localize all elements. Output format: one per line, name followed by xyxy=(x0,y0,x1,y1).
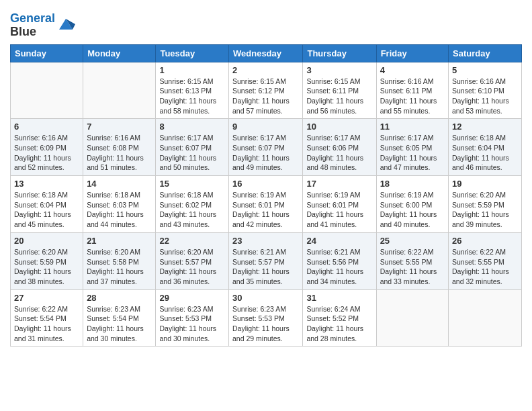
calendar-table: SundayMondayTuesdayWednesdayThursdayFrid… xyxy=(10,44,522,347)
calendar-day-cell: 17Sunrise: 6:19 AMSunset: 6:01 PMDayligh… xyxy=(303,176,376,233)
weekday-header-wednesday: Wednesday xyxy=(229,44,303,62)
day-sun-info: Sunrise: 6:19 AMSunset: 6:00 PMDaylight:… xyxy=(380,190,445,230)
day-number: 4 xyxy=(380,65,445,75)
calendar-day-cell: 8Sunrise: 6:17 AMSunset: 6:07 PMDaylight… xyxy=(156,119,229,176)
day-number: 30 xyxy=(232,293,299,303)
day-number: 16 xyxy=(232,179,299,189)
day-sun-info: Sunrise: 6:16 AMSunset: 6:08 PMDaylight:… xyxy=(87,133,152,173)
calendar-day-cell: 9Sunrise: 6:17 AMSunset: 6:07 PMDaylight… xyxy=(229,119,303,176)
day-number: 11 xyxy=(380,122,445,132)
calendar-day-cell: 19Sunrise: 6:20 AMSunset: 5:59 PMDayligh… xyxy=(449,176,522,233)
calendar-day-cell: 5Sunrise: 6:16 AMSunset: 6:10 PMDaylight… xyxy=(449,62,522,119)
calendar-day-cell: 26Sunrise: 6:22 AMSunset: 5:55 PMDayligh… xyxy=(449,232,522,289)
day-number: 17 xyxy=(306,179,372,189)
day-number: 23 xyxy=(232,236,299,246)
day-number: 28 xyxy=(87,293,152,303)
day-sun-info: Sunrise: 6:15 AMSunset: 6:13 PMDaylight:… xyxy=(159,77,225,116)
calendar-header-row: SundayMondayTuesdayWednesdayThursdayFrid… xyxy=(11,44,522,62)
day-sun-info: Sunrise: 6:21 AMSunset: 5:57 PMDaylight:… xyxy=(232,247,299,287)
day-sun-info: Sunrise: 6:17 AMSunset: 6:06 PMDaylight:… xyxy=(306,133,372,173)
day-number: 6 xyxy=(14,122,79,132)
day-number: 21 xyxy=(87,236,152,246)
logo-text: GeneralBlue xyxy=(10,12,55,39)
weekday-header-sunday: Sunday xyxy=(11,44,83,62)
calendar-day-cell: 28Sunrise: 6:23 AMSunset: 5:54 PMDayligh… xyxy=(83,289,156,347)
calendar-day-cell: 23Sunrise: 6:21 AMSunset: 5:57 PMDayligh… xyxy=(229,232,303,289)
day-number: 31 xyxy=(306,293,372,303)
day-sun-info: Sunrise: 6:23 AMSunset: 5:54 PMDaylight:… xyxy=(87,304,152,344)
day-number: 24 xyxy=(306,236,372,246)
day-number: 25 xyxy=(380,236,445,246)
day-number: 20 xyxy=(14,236,79,246)
calendar-week-row: 1Sunrise: 6:15 AMSunset: 6:13 PMDaylight… xyxy=(11,62,522,119)
day-number: 14 xyxy=(87,179,152,189)
day-number: 18 xyxy=(380,179,445,189)
day-sun-info: Sunrise: 6:19 AMSunset: 6:01 PMDaylight:… xyxy=(306,190,372,230)
calendar-day-cell: 15Sunrise: 6:18 AMSunset: 6:02 PMDayligh… xyxy=(156,176,229,233)
day-sun-info: Sunrise: 6:17 AMSunset: 6:07 PMDaylight:… xyxy=(159,133,225,173)
day-sun-info: Sunrise: 6:22 AMSunset: 5:55 PMDaylight:… xyxy=(380,247,445,287)
calendar-day-cell xyxy=(449,289,522,347)
day-sun-info: Sunrise: 6:22 AMSunset: 5:54 PMDaylight:… xyxy=(14,304,79,344)
calendar-day-cell: 7Sunrise: 6:16 AMSunset: 6:08 PMDaylight… xyxy=(83,119,156,176)
calendar-day-cell: 16Sunrise: 6:19 AMSunset: 6:01 PMDayligh… xyxy=(229,176,303,233)
day-sun-info: Sunrise: 6:18 AMSunset: 6:02 PMDaylight:… xyxy=(159,190,225,230)
day-sun-info: Sunrise: 6:20 AMSunset: 5:59 PMDaylight:… xyxy=(452,190,518,230)
logo-icon xyxy=(56,15,75,34)
day-sun-info: Sunrise: 6:20 AMSunset: 5:57 PMDaylight:… xyxy=(159,247,225,287)
logo: GeneralBlue xyxy=(10,12,75,39)
calendar-day-cell: 31Sunrise: 6:24 AMSunset: 5:52 PMDayligh… xyxy=(303,289,376,347)
calendar-week-row: 13Sunrise: 6:18 AMSunset: 6:04 PMDayligh… xyxy=(11,176,522,233)
day-number: 29 xyxy=(159,293,225,303)
day-sun-info: Sunrise: 6:17 AMSunset: 6:05 PMDaylight:… xyxy=(380,133,445,173)
day-sun-info: Sunrise: 6:19 AMSunset: 6:01 PMDaylight:… xyxy=(232,190,299,230)
day-number: 3 xyxy=(306,65,372,75)
day-sun-info: Sunrise: 6:20 AMSunset: 5:59 PMDaylight:… xyxy=(14,247,79,287)
day-number: 10 xyxy=(306,122,372,132)
day-sun-info: Sunrise: 6:18 AMSunset: 6:03 PMDaylight:… xyxy=(87,190,152,230)
calendar-day-cell: 11Sunrise: 6:17 AMSunset: 6:05 PMDayligh… xyxy=(376,119,448,176)
calendar-day-cell: 14Sunrise: 6:18 AMSunset: 6:03 PMDayligh… xyxy=(83,176,156,233)
calendar-day-cell: 18Sunrise: 6:19 AMSunset: 6:00 PMDayligh… xyxy=(376,176,448,233)
day-sun-info: Sunrise: 6:15 AMSunset: 6:12 PMDaylight:… xyxy=(232,77,299,116)
day-number: 2 xyxy=(232,65,299,75)
day-sun-info: Sunrise: 6:24 AMSunset: 5:52 PMDaylight:… xyxy=(306,304,372,344)
day-sun-info: Sunrise: 6:21 AMSunset: 5:56 PMDaylight:… xyxy=(306,247,372,287)
calendar-day-cell xyxy=(83,62,156,119)
day-number: 22 xyxy=(159,236,225,246)
day-sun-info: Sunrise: 6:18 AMSunset: 6:04 PMDaylight:… xyxy=(452,133,518,173)
day-sun-info: Sunrise: 6:23 AMSunset: 5:53 PMDaylight:… xyxy=(159,304,225,344)
calendar-day-cell: 3Sunrise: 6:15 AMSunset: 6:11 PMDaylight… xyxy=(303,62,376,119)
calendar-day-cell: 1Sunrise: 6:15 AMSunset: 6:13 PMDaylight… xyxy=(156,62,229,119)
calendar-day-cell: 4Sunrise: 6:16 AMSunset: 6:11 PMDaylight… xyxy=(376,62,448,119)
day-sun-info: Sunrise: 6:16 AMSunset: 6:11 PMDaylight:… xyxy=(380,77,445,116)
calendar-day-cell: 21Sunrise: 6:20 AMSunset: 5:58 PMDayligh… xyxy=(83,232,156,289)
calendar-week-row: 27Sunrise: 6:22 AMSunset: 5:54 PMDayligh… xyxy=(11,289,522,347)
day-sun-info: Sunrise: 6:18 AMSunset: 6:04 PMDaylight:… xyxy=(14,190,79,230)
day-number: 27 xyxy=(14,293,79,303)
calendar-day-cell: 24Sunrise: 6:21 AMSunset: 5:56 PMDayligh… xyxy=(303,232,376,289)
day-number: 13 xyxy=(14,179,79,189)
page-header: GeneralBlue xyxy=(10,7,522,39)
calendar-day-cell xyxy=(11,62,83,119)
day-number: 12 xyxy=(452,122,518,132)
calendar-day-cell: 27Sunrise: 6:22 AMSunset: 5:54 PMDayligh… xyxy=(11,289,83,347)
day-number: 26 xyxy=(452,236,518,246)
day-sun-info: Sunrise: 6:16 AMSunset: 6:10 PMDaylight:… xyxy=(452,77,518,116)
day-sun-info: Sunrise: 6:23 AMSunset: 5:53 PMDaylight:… xyxy=(232,304,299,344)
day-sun-info: Sunrise: 6:15 AMSunset: 6:11 PMDaylight:… xyxy=(306,77,372,116)
weekday-header-thursday: Thursday xyxy=(303,44,376,62)
day-number: 19 xyxy=(452,179,518,189)
day-number: 7 xyxy=(87,122,152,132)
calendar-day-cell: 12Sunrise: 6:18 AMSunset: 6:04 PMDayligh… xyxy=(449,119,522,176)
calendar-day-cell: 6Sunrise: 6:16 AMSunset: 6:09 PMDaylight… xyxy=(11,119,83,176)
day-number: 8 xyxy=(159,122,225,132)
day-number: 15 xyxy=(159,179,225,189)
calendar-day-cell: 22Sunrise: 6:20 AMSunset: 5:57 PMDayligh… xyxy=(156,232,229,289)
calendar-day-cell: 25Sunrise: 6:22 AMSunset: 5:55 PMDayligh… xyxy=(376,232,448,289)
calendar-day-cell: 13Sunrise: 6:18 AMSunset: 6:04 PMDayligh… xyxy=(11,176,83,233)
calendar-day-cell: 2Sunrise: 6:15 AMSunset: 6:12 PMDaylight… xyxy=(229,62,303,119)
day-number: 9 xyxy=(232,122,299,132)
day-sun-info: Sunrise: 6:16 AMSunset: 6:09 PMDaylight:… xyxy=(14,133,79,173)
calendar-day-cell: 30Sunrise: 6:23 AMSunset: 5:53 PMDayligh… xyxy=(229,289,303,347)
